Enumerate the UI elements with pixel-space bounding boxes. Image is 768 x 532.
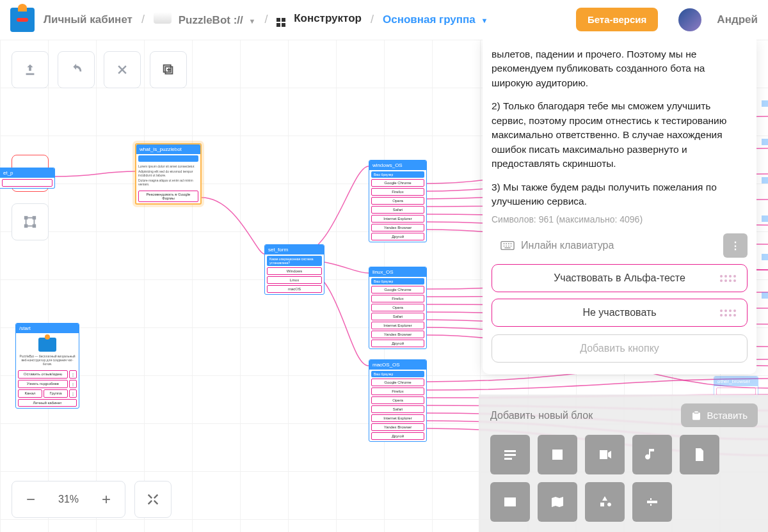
ghost-node [762,292,768,299]
palette-location[interactable] [538,482,577,522]
canvas-toolbar [12,51,187,88]
breadcrumb-group-label: Основная группа [383,13,476,26]
node-button[interactable]: Opera [371,396,424,404]
drag-handle-icon[interactable] [720,309,740,317]
node-button[interactable]: Safari [371,206,424,214]
node-button[interactable]: Opera [371,304,424,311]
block-palette: Добавить новый блок Вставить [479,395,768,532]
drag-handle-icon[interactable] [720,275,740,282]
zoom-in-button[interactable]: + [88,481,125,517]
breadcrumb-bot[interactable]: PuzzleBot :// ▼ [154,12,255,27]
breadcrumb-constructor[interactable]: Конструктор [276,12,362,27]
node-button[interactable]: Оставить отзыв/идею [18,370,68,379]
node-button[interactable]: Windows [267,267,322,275]
node-button[interactable]: Рекомендовать в Google Формы [138,191,198,202]
node-button[interactable]: Yandex Browser [371,331,424,338]
ghost-node [762,254,768,260]
node-macos[interactable]: macOS_OS Ваш браузер Google Chrome Firef… [369,359,427,442]
node-button[interactable]: Linux [267,276,322,284]
node-header: /start [16,324,79,333]
keyboard-icon [500,240,515,251]
add-button[interactable]: Добавить кнопку [492,334,748,363]
node-desc: PuzzleBot — бесплатный визуальный веб-ко… [18,354,77,366]
node-start[interactable]: /start PuzzleBot — бесплатный визуальный… [15,323,79,409]
char-count: Символов: 961 (максимально: 4096) [492,214,748,224]
beta-button[interactable]: Бета-версия [576,8,658,31]
svg-rect-6 [33,225,36,228]
node-button[interactable]: Internet Explorer [371,414,424,422]
palette-text[interactable] [490,435,530,474]
node-cut[interactable]: et_p [0,168,55,189]
node-button[interactable]: ⋮ [69,370,77,379]
node-button[interactable]: Internet Explorer [371,215,424,223]
node-windows[interactable]: windows_OS Ваш браузер Google Chrome Fir… [369,160,427,242]
zoom-group: − 31% + [12,481,125,518]
node-button[interactable]: Google Chrome [371,286,424,293]
sub-header [138,155,198,162]
zoom-out-button[interactable]: − [12,481,49,517]
node-button[interactable]: Firefox [371,387,424,395]
inline-button-1[interactable]: Участвовать в Альфа-тесте [492,264,748,292]
upload-button[interactable] [12,51,49,88]
node-button[interactable]: ⋮ [69,380,77,388]
svg-rect-3 [25,217,28,219]
breadcrumb-separator: / [141,13,145,26]
node-button[interactable]: Группа [44,389,68,398]
palette-grid [490,435,758,522]
duplicate-button[interactable] [150,51,187,88]
close-button[interactable] [104,51,141,88]
node-button[interactable]: Другой [371,340,424,347]
node-button[interactable]: Канал [18,389,42,398]
node-linux[interactable]: linux_OS Ваш браузер Google Chrome Firef… [369,267,427,349]
node-button[interactable]: Google Chrome [371,379,424,386]
palette-title: Добавить новый блок [490,410,593,421]
message-text[interactable]: вылетов, падении и прочего. Поэтому мы н… [492,47,748,210]
palette-shapes[interactable] [585,482,625,522]
app-logo[interactable] [10,8,35,32]
paragraph: 3) Мы также будем рады получить пожелани… [492,180,748,209]
breadcrumb-group[interactable]: Основная группа ▼ [383,13,488,26]
node-button[interactable]: macOS [267,285,322,293]
node-button[interactable]: Другой [371,233,424,240]
node-button[interactable]: Safari [371,405,424,413]
editor-panel: вылетов, падении и прочего. Поэтому мы н… [483,40,756,374]
palette-video[interactable] [585,435,625,474]
paste-button[interactable]: Вставить [681,403,758,427]
more-button[interactable]: ⋮ [723,233,748,258]
node-header: windows_OS [369,160,426,170]
node-set-form[interactable]: set_form Какая операционная система уста… [264,244,324,295]
palette-form[interactable] [632,482,672,522]
breadcrumb-bot-label: PuzzleBot :// [179,14,243,26]
node-button[interactable] [2,179,52,187]
palette-image[interactable] [538,435,577,474]
breadcrumb-home[interactable]: Личный кабинет [44,13,132,26]
inline-button-2[interactable]: Не участвовать [492,299,748,327]
undo-button[interactable] [58,51,95,88]
node-button[interactable]: Yandex Browser [371,224,424,231]
fullscreen-button[interactable] [134,481,172,518]
node-button[interactable]: Личный кабинет [18,399,77,407]
palette-file[interactable] [680,435,719,474]
node-button[interactable]: Yandex Browser [371,423,424,431]
chevron-down-icon: ▼ [249,17,256,25]
canvas[interactable]: − 31% + [0,40,768,532]
frame-button[interactable] [12,203,49,240]
node-button[interactable]: Safari [371,313,424,320]
node-button[interactable]: Другой [371,432,424,440]
node-button[interactable]: Internet Explorer [371,322,424,329]
keyboard-type-select[interactable]: Инлайн клавиатура [492,233,716,258]
node-button[interactable]: Узнать подробнее [18,380,68,388]
zoom-controls: − 31% + [12,481,172,518]
node-button[interactable]: ⋮ [69,389,77,398]
node-what-is[interactable]: what_is_puzzlebot Lorem ipsum dolor sit … [135,143,202,205]
user-avatar[interactable] [678,8,701,31]
node-header: other_browser [714,377,758,386]
node-button[interactable]: Opera [371,197,424,205]
palette-audio[interactable] [632,435,672,474]
node-button[interactable]: Firefox [371,295,424,302]
svg-rect-4 [33,217,36,219]
palette-contact[interactable] [490,482,530,522]
node-button[interactable]: Google Chrome [371,179,424,187]
node-button[interactable]: Firefox [371,188,424,196]
grid-icon [276,18,287,27]
